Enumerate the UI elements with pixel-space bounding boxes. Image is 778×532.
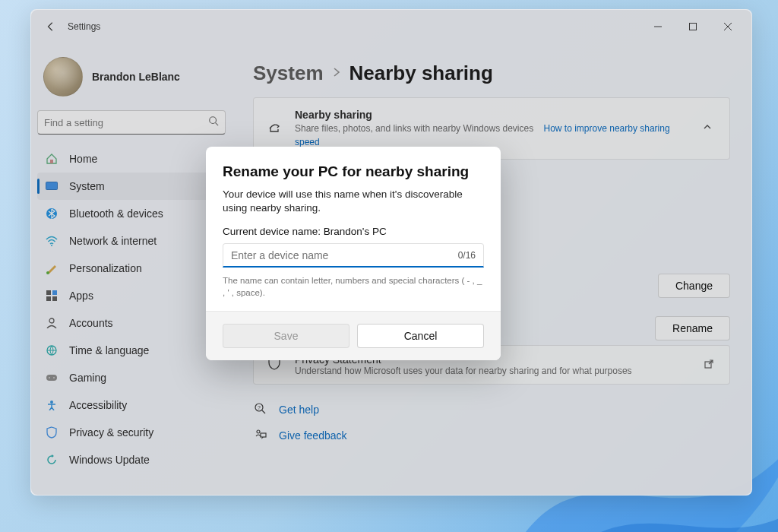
dialog-title: Rename your PC for nearby sharing xyxy=(223,163,484,180)
settings-window: Settings Brandon LeBlanc Home System Blu… xyxy=(30,9,752,496)
modal-overlay: Rename your PC for nearby sharing Your d… xyxy=(31,10,751,495)
device-name-input[interactable] xyxy=(231,249,452,261)
rename-dialog: Rename your PC for nearby sharing Your d… xyxy=(206,147,501,360)
char-counter: 0/16 xyxy=(458,250,476,261)
dialog-hint: The name can contain letter, numbers and… xyxy=(223,275,484,299)
device-name-field[interactable]: 0/16 xyxy=(223,243,484,268)
dialog-current-name: Current device name: Brandon's PC xyxy=(223,226,484,237)
cancel-button[interactable]: Cancel xyxy=(357,324,484,348)
dialog-description: Your device will use this name when it's… xyxy=(223,188,484,215)
save-button[interactable]: Save xyxy=(223,324,349,348)
dialog-footer: Save Cancel xyxy=(206,311,501,360)
